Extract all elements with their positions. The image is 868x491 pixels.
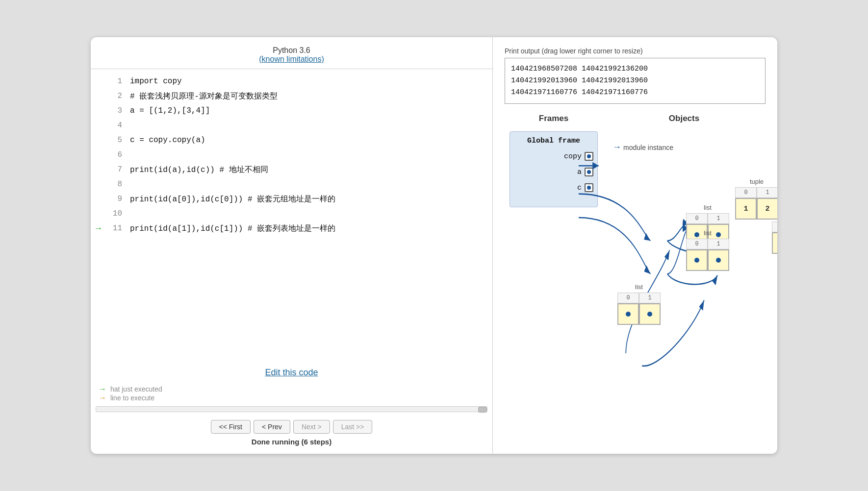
- line-code-7: print(id(a),id(c)) # 地址不相同: [130, 165, 268, 175]
- tuple-object: tuple 0 1 1 2: [735, 178, 777, 220]
- list-c-pointer-1: [716, 258, 721, 263]
- left-panel: Python 3.6 (known limitations) 1import c…: [91, 37, 493, 454]
- bottom-dot-1: [639, 303, 661, 325]
- code-line-9: 9print(id(a[0]),id(c[0])) # 嵌套元组地址是一样的: [91, 192, 492, 206]
- a-dot-box: [585, 168, 593, 176]
- scrollbar-row: [91, 404, 492, 414]
- first-button[interactable]: << First: [211, 420, 251, 434]
- line-num-11: 11: [107, 224, 122, 233]
- left-header: Python 3.6 (known limitations): [91, 37, 492, 69]
- nested-list-label: list: [772, 212, 777, 220]
- frame-row-a: a: [514, 168, 593, 176]
- code-line-8: 8: [91, 177, 492, 192]
- line-code-11: print(id(a[1]),id(c[1])) # 嵌套列表地址是一样的: [130, 223, 335, 234]
- code-line-3: 3a = [(1,2),[3,4]]: [91, 103, 492, 118]
- module-instance-label: → module instance: [613, 142, 673, 152]
- code-line-1: 1import copy: [91, 74, 492, 89]
- bottom-list-label: list: [617, 283, 661, 291]
- list-c-idx-0: 0: [686, 239, 708, 249]
- line-num-9: 9: [107, 195, 122, 203]
- line-num-6: 6: [107, 150, 122, 159]
- list-a-idx-0: 0: [686, 213, 708, 224]
- line-num-1: 1: [107, 77, 122, 86]
- bottom-list-object: list 0 1: [617, 283, 661, 325]
- tuple-idx-1: 1: [757, 187, 777, 198]
- bottom-dot-0: [617, 303, 639, 325]
- list-c-dot-1: [708, 249, 729, 271]
- bottom-pointer-1: [647, 312, 652, 317]
- scrollbar-thumb[interactable]: [478, 407, 487, 413]
- known-limitations-link[interactable]: (known limitations): [259, 55, 324, 63]
- objects-header: Objects: [603, 114, 766, 123]
- list-c-label: list: [686, 229, 729, 237]
- right-panel: Print output (drag lower right corner to…: [493, 37, 777, 454]
- tuple-idx-0: 0: [735, 187, 757, 198]
- just-executed-label: → hat just executed: [99, 385, 485, 393]
- bottom-pointer-0: [626, 312, 631, 317]
- frames-header: Frames: [505, 114, 603, 123]
- copy-dot-box: [585, 152, 593, 161]
- var-a: a: [577, 168, 582, 176]
- line-code-1: import copy: [130, 77, 182, 86]
- list-c-dot-0: [686, 249, 708, 271]
- code-area: 1import copy2# 嵌套浅拷贝原理-源对象是可变数据类型3a = [(…: [91, 69, 492, 362]
- status-line: Done running (6 steps): [91, 438, 492, 454]
- output-label: Print output (drag lower right corner to…: [505, 47, 766, 55]
- line-num-10: 10: [107, 209, 122, 218]
- line-code-3: a = [(1,2),[3,4]]: [130, 106, 210, 115]
- line-num-7: 7: [107, 165, 122, 174]
- output-box: 140421968507208 140421992136200 14042199…: [505, 58, 766, 104]
- main-container: Python 3.6 (known limitations) 1import c…: [91, 37, 777, 454]
- nested-val-0: 3: [772, 232, 777, 254]
- prev-button[interactable]: < Prev: [254, 420, 290, 434]
- line-code-2: # 嵌套浅拷贝原理-源对象是可变数据类型: [130, 91, 278, 101]
- a-dot: [587, 170, 591, 174]
- frame-row-c: c: [514, 183, 593, 192]
- list-c-idx-1: 1: [708, 239, 729, 249]
- last-button[interactable]: Last >>: [333, 420, 373, 434]
- code-line-2: 2# 嵌套浅拷贝原理-源对象是可变数据类型: [91, 89, 492, 103]
- python-version-title: Python 3.6: [91, 46, 492, 55]
- next-button[interactable]: Next >: [293, 420, 330, 434]
- c-dot: [587, 186, 591, 190]
- list-a-label: list: [686, 204, 729, 211]
- copy-dot: [587, 154, 591, 158]
- nav-buttons: << First < Prev Next > Last >>: [91, 414, 492, 438]
- viz-headers: Frames Objects: [505, 114, 766, 123]
- edit-link-container: Edit this code: [91, 362, 492, 382]
- frame-row-copy: copy: [514, 152, 593, 161]
- line-num-2: 2: [107, 92, 122, 100]
- list-c-pointer-0: [694, 258, 699, 263]
- global-frame-box: Global frame copy a c: [510, 131, 598, 207]
- viz-section: Frames Objects Global frame copy a: [505, 114, 766, 444]
- code-line-5: 5c = copy.copy(a): [91, 133, 492, 147]
- line-num-8: 8: [107, 180, 122, 189]
- code-line-11: →11print(id(a[1]),id(c[1])) # 嵌套列表地址是一样的: [91, 221, 492, 236]
- code-line-4: 4: [91, 118, 492, 133]
- next-execute-label: → line to execute: [99, 393, 485, 402]
- nested-idx-0: 0: [772, 221, 777, 232]
- code-line-10: 10: [91, 206, 492, 221]
- c-dot-box: [585, 183, 593, 192]
- bottom-idx-0: 0: [617, 293, 639, 303]
- line-code-9: print(id(a[0]),id(c[0])) # 嵌套元组地址是一样的: [130, 194, 335, 204]
- viz-diagram: Global frame copy a c: [505, 131, 766, 444]
- var-c: c: [577, 184, 582, 192]
- tuple-val-0: 1: [735, 198, 757, 220]
- nested-list-object: list 0 3 1 4: [772, 212, 777, 254]
- global-frame-title: Global frame: [514, 137, 593, 145]
- legend-area: → hat just executed → line to execute: [91, 382, 492, 404]
- line-num-5: 5: [107, 136, 122, 145]
- line-num-3: 3: [107, 106, 122, 115]
- edit-this-code-link[interactable]: Edit this code: [265, 368, 318, 377]
- tuple-label: tuple: [735, 178, 777, 185]
- code-line-6: 6: [91, 147, 492, 162]
- code-line-7: 7print(id(a),id(c)) # 地址不相同: [91, 162, 492, 177]
- line-code-5: c = copy.copy(a): [130, 136, 205, 145]
- line-num-4: 4: [107, 121, 122, 130]
- var-copy: copy: [564, 152, 582, 161]
- output-section: Print output (drag lower right corner to…: [505, 47, 766, 104]
- scrollbar-track[interactable]: [96, 406, 487, 412]
- list-c-object: list 0 1: [686, 229, 729, 271]
- line-arrow-11: →: [96, 223, 107, 233]
